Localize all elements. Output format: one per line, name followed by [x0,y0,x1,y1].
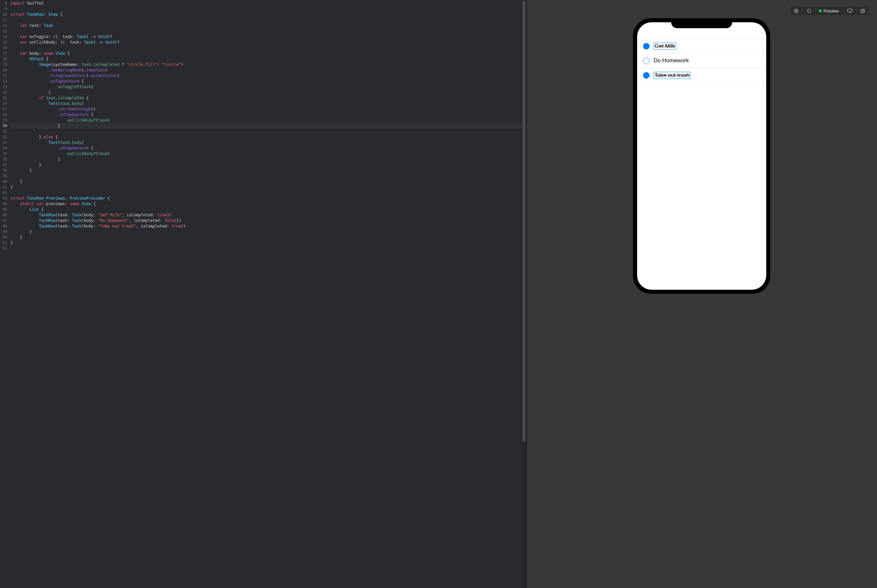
code-line[interactable]: onClickBody?(task) [10,118,526,123]
code-line[interactable]: } [10,184,526,190]
line-number: 21 [0,73,9,79]
code-line[interactable]: struct TaskRow: View { [10,12,526,17]
code-line[interactable]: .onTapGesture { [10,112,526,118]
line-number: 18 [0,56,9,62]
code-line[interactable]: TaskRow(task: Task(body: "Take out trash… [10,224,526,229]
scrollbar-thumb[interactable] [522,1,526,442]
code-line[interactable]: } [10,168,526,173]
display-icon [847,9,852,13]
device-settings-button[interactable] [845,6,855,15]
code-line[interactable] [10,17,526,23]
editor-scrollbar[interactable] [522,0,526,588]
code-line[interactable]: } [10,179,526,184]
line-number: 11 [0,17,9,23]
circle-icon[interactable] [643,58,649,64]
task-body-text[interactable]: Take out trash [654,72,691,79]
line-number: 12 [0,23,9,28]
code-line[interactable]: .onTapGesture { [10,146,526,151]
code-line[interactable]: static var previews: some View { [10,201,526,207]
code-line[interactable]: } else { [10,134,526,140]
run-preview-button[interactable] [792,6,801,15]
line-number: 44 [0,201,9,207]
line-number: 52 [0,246,9,251]
code-line[interactable]: var onClickBody: ((_ task: Task) -> Void… [10,40,526,45]
code-line[interactable]: } [10,162,526,168]
selectable-button[interactable] [804,6,814,15]
code-line[interactable]: import SwiftUI [10,1,526,6]
code-line[interactable] [10,28,526,34]
line-number: 8 [0,1,9,6]
line-number: 27 [0,106,9,112]
code-line[interactable]: HStack { [10,56,526,62]
preview-label-text: Preview [824,9,839,14]
task-body-text[interactable]: Get Milk [654,43,676,50]
line-number: 28 [0,112,9,118]
code-line[interactable]: .renderingMode(.template) [10,68,526,73]
code-line[interactable] [10,246,526,251]
line-number: 23 [0,84,9,90]
code-line[interactable]: } [10,240,526,246]
preview-toolbar: Preview [790,6,869,16]
code-editor-pane[interactable]: 8910111213141516171819202122232425262728… [0,0,526,588]
code-line[interactable]: if task.isCompleted { [10,95,526,101]
line-number: 26 [0,101,9,106]
device-frame: Get MilkDo HomeworkTake out trash [633,18,770,294]
preview-pane: Preview Get MilkDo HomeworkTake out tras… [527,0,877,588]
preview-mode-button[interactable]: Preview [817,9,842,14]
line-number: 17 [0,51,9,56]
line-number: 42 [0,190,9,196]
code-line[interactable]: } [10,90,526,95]
code-line[interactable]: .strikethrough() [10,106,526,112]
line-number: 41 [0,184,9,190]
circle-fill-icon[interactable] [643,72,649,79]
code-line[interactable]: struct TaskRow_Previews: PreviewProvider… [10,196,526,201]
line-number: 48 [0,224,9,229]
line-number: 20 [0,68,9,73]
line-number: 36 [0,157,9,162]
toolbar-separator [856,8,856,14]
line-number: 49 [0,229,9,235]
line-number: 13 [0,28,9,34]
task-row[interactable]: Do Homework [637,54,766,68]
code-area[interactable]: import SwiftUIstruct TaskRow: View { let… [9,0,526,588]
task-body-text[interactable]: Do Homework [654,57,689,64]
toolbar-separator [843,8,844,14]
line-number: 34 [0,146,9,151]
code-line[interactable]: var onToggle: ((_ task: Task) -> Void)? [10,34,526,40]
code-line[interactable]: } [10,229,526,235]
toolbar-separator [816,8,816,14]
code-line[interactable]: } [10,123,526,129]
code-line[interactable]: onToggle?(task) [10,84,526,90]
code-line[interactable]: } [10,157,526,162]
line-number: 24 [0,90,9,95]
code-line[interactable] [10,6,526,12]
circle-fill-icon[interactable] [643,43,649,50]
code-line[interactable] [10,173,526,179]
code-line[interactable]: .foregroundColor(.accentColor) [10,73,526,79]
task-row[interactable]: Get Milk [637,39,766,54]
code-line[interactable]: Text(task.body) [10,101,526,106]
duplicate-preview-button[interactable] [858,6,868,15]
code-line[interactable]: Text(task.body) [10,140,526,146]
code-line[interactable] [10,45,526,51]
code-line[interactable]: List { [10,207,526,212]
line-number: 37 [0,162,9,168]
code-line[interactable] [10,190,526,196]
device-screen[interactable]: Get MilkDo HomeworkTake out trash [637,22,766,290]
code-line[interactable] [10,129,526,134]
code-line[interactable]: Image(systemName: task.isCompleted ? "ci… [10,62,526,68]
code-line[interactable]: TaskRow(task: Task(body: "Get Milk", isC… [10,212,526,218]
device-notch [671,18,732,28]
line-number-gutter: 8910111213141516171819202122232425262728… [0,0,9,588]
code-line[interactable]: } [10,235,526,240]
code-line[interactable]: TaskRow(task: Task(body: "Do Homework", … [10,218,526,224]
code-line[interactable]: .onTapGesture { [10,79,526,84]
line-number: 50 [0,235,9,240]
task-list[interactable]: Get MilkDo HomeworkTake out trash [637,22,766,83]
code-line[interactable]: var body: some View { [10,51,526,56]
task-row[interactable]: Take out trash [637,68,766,83]
duplicate-icon [860,9,865,14]
code-line[interactable]: let task: Task [10,23,526,28]
line-number: 9 [0,6,9,12]
code-line[interactable]: onClickBody?(task) [10,151,526,157]
